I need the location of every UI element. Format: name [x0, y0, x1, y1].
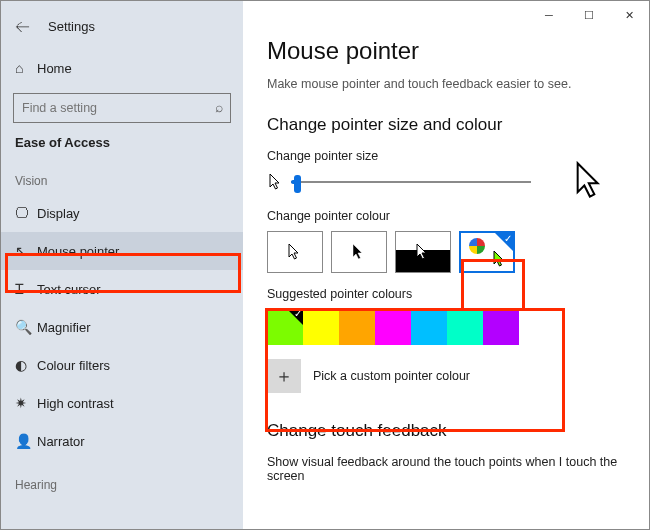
sidebar-item-narrator[interactable]: 👤 Narrator	[1, 422, 243, 460]
search-input[interactable]	[13, 93, 231, 123]
pointer-size-slider[interactable]	[291, 172, 531, 192]
sidebar-item-colour-filters[interactable]: ◐ Colour filters	[1, 346, 243, 384]
touch-feedback-desc: Show visual feedback around the touch po…	[267, 455, 629, 483]
small-cursor-icon	[267, 171, 285, 193]
sidebar-item-label: High contrast	[37, 396, 114, 411]
swatch-purple[interactable]	[483, 309, 519, 345]
sidebar: 🡠 Settings ⌂ Home ⌕ Ease of Access Visio…	[1, 1, 243, 529]
colour-option-black[interactable]	[331, 231, 387, 273]
suggested-swatches	[267, 309, 629, 345]
sidebar-item-magnifier[interactable]: 🔍 Magnifier	[1, 308, 243, 346]
display-icon: 🖵	[15, 205, 37, 221]
home-label: Home	[37, 61, 72, 76]
label-pointer-colour: Change pointer colour	[267, 209, 629, 223]
narrator-icon: 👤	[15, 433, 37, 449]
back-arrow-icon: 🡠	[15, 18, 30, 35]
swatch-lime[interactable]	[267, 309, 303, 345]
swatch-yellow[interactable]	[303, 309, 339, 345]
mouse-pointer-icon: ↖	[15, 243, 37, 259]
sidebar-item-text-cursor[interactable]: Ꮖ Text cursor	[1, 270, 243, 308]
sidebar-item-high-contrast[interactable]: ✷ High contrast	[1, 384, 243, 422]
swatch-magenta[interactable]	[375, 309, 411, 345]
page-title: Mouse pointer	[267, 37, 629, 65]
sidebar-item-label: Colour filters	[37, 358, 110, 373]
app-title: Settings	[48, 19, 95, 34]
group-vision-label: Vision	[1, 156, 243, 194]
swatch-orange[interactable]	[339, 309, 375, 345]
sidebar-item-label: Text cursor	[37, 282, 101, 297]
pick-custom-row[interactable]: ＋ Pick a custom pointer colour	[267, 359, 629, 393]
colour-option-custom[interactable]	[459, 231, 515, 273]
sidebar-item-label: Narrator	[37, 434, 85, 449]
high-contrast-icon: ✷	[15, 395, 37, 411]
magnifier-icon: 🔍	[15, 319, 37, 335]
pick-custom-label: Pick a custom pointer colour	[313, 369, 470, 383]
group-hearing-label: Hearing	[1, 460, 243, 498]
label-suggested-colours: Suggested pointer colours	[267, 287, 629, 301]
main-content: Mouse pointer Make mouse pointer and tou…	[243, 1, 649, 529]
pointer-colour-options	[267, 231, 629, 273]
colour-option-white[interactable]	[267, 231, 323, 273]
sidebar-item-display[interactable]: 🖵 Display	[1, 194, 243, 232]
sidebar-item-label: Magnifier	[37, 320, 90, 335]
colour-filters-icon: ◐	[15, 357, 37, 373]
home-icon: ⌂	[15, 60, 37, 76]
plus-icon: ＋	[267, 359, 301, 393]
swatch-teal[interactable]	[447, 309, 483, 345]
text-cursor-icon: Ꮖ	[15, 281, 37, 298]
back-row[interactable]: 🡠 Settings	[1, 11, 243, 41]
sidebar-item-mouse-pointer[interactable]: ↖ Mouse pointer	[1, 232, 243, 270]
swatch-blue[interactable]	[411, 309, 447, 345]
pointer-size-row	[267, 171, 607, 193]
section-touch-feedback: Change touch feedback	[267, 421, 629, 441]
checkmark-icon	[495, 233, 513, 251]
sidebar-item-label: Mouse pointer	[37, 244, 119, 259]
category-title: Ease of Access	[1, 123, 243, 156]
page-subtitle: Make mouse pointer and touch feedback ea…	[267, 77, 629, 91]
settings-window: ─ ☐ ✕ 🡠 Settings ⌂ Home ⌕ Ease of Access…	[0, 0, 650, 530]
search-box[interactable]: ⌕	[13, 93, 231, 123]
colour-option-inverted[interactable]	[395, 231, 451, 273]
home-button[interactable]: ⌂ Home	[1, 51, 243, 85]
large-cursor-icon	[575, 161, 607, 205]
section-size-colour: Change pointer size and colour	[267, 115, 629, 135]
search-icon: ⌕	[215, 99, 223, 115]
sidebar-item-label: Display	[37, 206, 80, 221]
